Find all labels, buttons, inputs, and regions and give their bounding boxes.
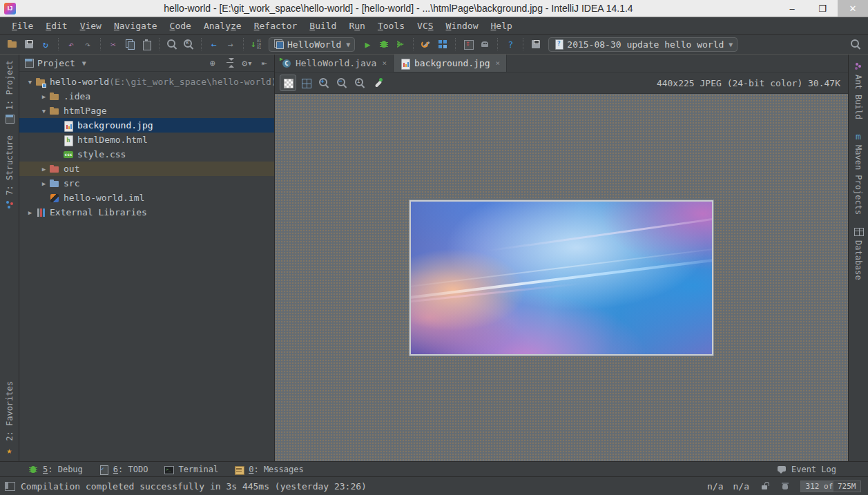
- image-viewer-canvas[interactable]: [275, 94, 848, 461]
- toolbar-button-help[interactable]: ?: [502, 36, 519, 52]
- toolbar-button-settings-wrench[interactable]: [418, 36, 434, 52]
- tree-collapsed-arrow-icon[interactable]: ▶: [25, 209, 35, 216]
- toolbar-button-search-everywhere[interactable]: [847, 36, 864, 52]
- tree-expanded-arrow-icon[interactable]: ▼: [39, 108, 49, 115]
- menu-item-analyze[interactable]: Analyze: [197, 19, 248, 33]
- menu-item-run[interactable]: Run: [343, 19, 371, 33]
- toolbar-button-debug[interactable]: [376, 36, 392, 52]
- tree-row-background-jpg[interactable]: background.jpg: [19, 118, 274, 133]
- menu-item-window[interactable]: Window: [440, 19, 485, 33]
- image-toolbar-button-zoom-in[interactable]: +: [316, 75, 332, 91]
- toolbar-button-compile[interactable]: [248, 36, 264, 52]
- tree-collapsed-arrow-icon[interactable]: ▶: [39, 93, 49, 100]
- copy-icon: [124, 39, 135, 50]
- toolbar-button-redo[interactable]: ↷: [79, 36, 96, 52]
- minimize-button[interactable]: –: [777, 0, 807, 17]
- tree-row-htmldemo-html[interactable]: hhtmlDemo.html: [19, 133, 274, 147]
- maximize-button[interactable]: ❒: [807, 0, 838, 17]
- toolbar-button-open-folder[interactable]: [4, 36, 21, 52]
- image-toolbar-button-zoom-out[interactable]: −: [334, 75, 350, 91]
- run-configuration-select[interactable]: HelloWorld▼: [269, 37, 355, 52]
- vcs-changelist-select[interactable]: 2015-08-30 update hello world▼: [548, 37, 737, 52]
- tool-window-button-6-todo[interactable]: 6: TODO: [98, 464, 148, 475]
- editor-tab-helloworld-java[interactable]: HelloWorld.java×: [275, 55, 394, 72]
- tree-row-hello-world[interactable]: ▼hello-world (E:\git_work_space\hello-wo…: [19, 75, 274, 89]
- tab-close-icon[interactable]: ×: [496, 59, 501, 68]
- coverage-icon: [395, 39, 406, 50]
- tree-row-hello-world-iml[interactable]: hello-world.iml: [19, 191, 274, 205]
- tool-window-button-label: 2: Favorites: [5, 381, 15, 441]
- menu-item-refactor[interactable]: Refactor: [248, 19, 304, 33]
- tree-row--idea[interactable]: ▶.idea: [19, 89, 274, 104]
- image-toolbar-button-color-picker[interactable]: [369, 75, 386, 91]
- tree-collapsed-arrow-icon[interactable]: ▶: [39, 166, 49, 173]
- toolbar-button-back[interactable]: ←: [206, 36, 222, 52]
- tool-window-button-2-favorites[interactable]: 2: Favorites★: [4, 376, 15, 461]
- toolbar-button-synchronize[interactable]: ↻: [37, 36, 54, 52]
- unlock-icon[interactable]: [759, 481, 770, 492]
- image-toolbar-button-grid[interactable]: [298, 75, 314, 91]
- tree-item-label: background.jpg: [77, 120, 153, 130]
- tab-close-icon[interactable]: ×: [382, 59, 387, 68]
- project-structure-icon: [437, 39, 448, 50]
- tool-window-button-ant-build[interactable]: Ant Build: [853, 55, 864, 125]
- tree-row-htmlpage[interactable]: ▼htmlPage: [19, 104, 274, 118]
- toolbar-button-find[interactable]: [164, 36, 180, 52]
- editor-tab-background-jpg[interactable]: background.jpg×: [394, 55, 507, 72]
- tool-window-button-5-debug[interactable]: 5: Debug: [28, 464, 83, 475]
- tool-window-button-0-messages[interactable]: 0: Messages: [233, 464, 303, 475]
- collapse-all-icon[interactable]: [224, 57, 235, 68]
- toolbar-button-sdk-manager[interactable]: [460, 36, 476, 52]
- tree-row-style-css[interactable]: style.css: [19, 147, 274, 162]
- chevron-down-icon[interactable]: ▼: [82, 59, 86, 67]
- event-log-button[interactable]: Event Log: [776, 464, 836, 475]
- tool-window-button-7-structure[interactable]: 7: Structure: [4, 130, 15, 215]
- settings-gear-icon[interactable]: ⚙▾: [242, 57, 253, 68]
- toolbar-button-replace[interactable]: R: [180, 36, 197, 52]
- menu-item-view[interactable]: View: [74, 19, 108, 33]
- tree-expanded-arrow-icon[interactable]: ▼: [25, 79, 35, 86]
- toolbar-button-undo[interactable]: ↶: [63, 36, 79, 52]
- tree-collapsed-arrow-icon[interactable]: ▶: [39, 180, 49, 187]
- menu-item-navigate[interactable]: Navigate: [108, 19, 164, 33]
- tree-row-out[interactable]: ▶out: [19, 162, 274, 176]
- tree-row-src[interactable]: ▶src: [19, 176, 274, 191]
- toolbar-button-vcs-update[interactable]: [528, 36, 544, 52]
- light-streak: [488, 214, 713, 252]
- menu-item-file[interactable]: File: [6, 19, 39, 33]
- project-panel-title[interactable]: Project: [37, 58, 75, 68]
- toolbar-button-coverage[interactable]: [392, 36, 409, 52]
- image-toolbar-button-checkerboard-toggle[interactable]: [280, 75, 296, 91]
- caret-position-indicator[interactable]: n/a: [707, 481, 723, 492]
- menu-item-help[interactable]: Help: [485, 19, 519, 33]
- close-button[interactable]: ✕: [838, 0, 868, 17]
- toolbar-button-run[interactable]: ▶: [359, 36, 376, 52]
- toolbar-button-paste[interactable]: [138, 36, 155, 52]
- toolbar-button-project-structure[interactable]: [434, 36, 451, 52]
- toolbar-button-save-all[interactable]: [21, 36, 37, 52]
- editor-tab-bar: HelloWorld.java×background.jpg×: [275, 55, 848, 72]
- changelist-icon: [553, 39, 564, 50]
- tool-window-button-1-project[interactable]: 1: Project: [4, 55, 15, 130]
- tool-window-button-database[interactable]: Database: [853, 220, 864, 286]
- menu-item-edit[interactable]: Edit: [39, 19, 73, 33]
- memory-indicator[interactable]: 312 of 725M: [800, 481, 861, 492]
- menu-item-tools[interactable]: Tools: [372, 19, 411, 33]
- toolbar-button-cut[interactable]: ✂: [105, 36, 122, 52]
- toolbar-button-copy[interactable]: [122, 36, 138, 52]
- menu-item-vcs[interactable]: VCS: [411, 19, 439, 33]
- tool-window-button-maven-projects[interactable]: mMaven Projects: [853, 125, 864, 220]
- tree-row-external-libraries[interactable]: ▶External Libraries: [19, 205, 274, 220]
- menu-item-code[interactable]: Code: [164, 19, 197, 33]
- toolbar-button-avd-manager[interactable]: [476, 36, 493, 52]
- toolwindow-switcher-icon[interactable]: [4, 481, 15, 492]
- hector-inspector-icon[interactable]: [780, 481, 791, 492]
- menu-item-build[interactable]: Build: [303, 19, 343, 33]
- locate-icon[interactable]: ⊕: [207, 57, 218, 68]
- toolbar-button-forward[interactable]: →: [222, 36, 239, 52]
- image-toolbar-button-actual-size[interactable]: 1: [351, 75, 368, 91]
- encoding-indicator[interactable]: n/a: [733, 481, 749, 492]
- hide-panel-icon[interactable]: ⇤: [259, 57, 270, 68]
- tool-window-button-terminal[interactable]: Terminal: [163, 464, 218, 475]
- find-icon: [166, 39, 177, 50]
